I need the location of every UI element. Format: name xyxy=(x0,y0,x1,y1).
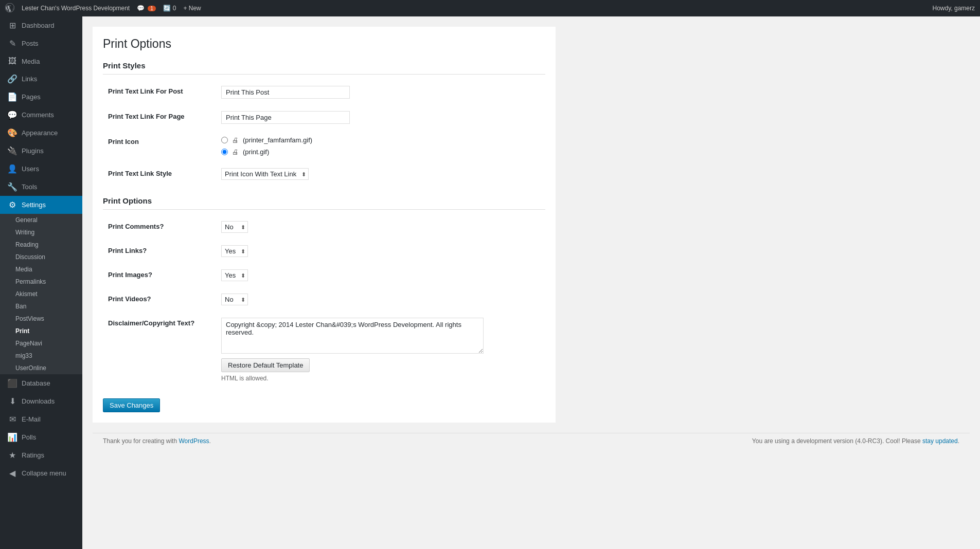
print-styles-table: Print Text Link For Post Print Text Link… xyxy=(103,80,545,186)
sidebar-item-users[interactable]: 👤 Users xyxy=(0,160,82,178)
sidebar-item-tools[interactable]: 🔧 Tools xyxy=(0,178,82,196)
print-icon-option2-label: (print.gif) xyxy=(243,148,269,156)
print-options-table: Print Comments? No Yes Print Links? xyxy=(103,215,545,388)
settings-submenu: General Writing Reading Discussion Media… xyxy=(0,214,82,374)
sidebar-item-links[interactable]: 🔗 Links xyxy=(0,70,82,88)
disclaimer-row: Disclaimer/Copyright Text? Copyright &co… xyxy=(103,312,545,388)
print-icon-option1[interactable]: 🖨 (printer_famfamfam.gif) xyxy=(221,136,540,144)
disclaimer-label: Disclaimer/Copyright Text? xyxy=(108,319,194,327)
submenu-item-print[interactable]: Print xyxy=(0,325,82,337)
print-comments-row: Print Comments? No Yes xyxy=(103,215,545,239)
printer-icon-1: 🖨 xyxy=(232,136,239,144)
print-images-select[interactable]: Yes No xyxy=(221,269,248,281)
submenu-item-akismet[interactable]: Akismet xyxy=(0,288,82,300)
dashboard-icon: ⊞ xyxy=(7,21,17,30)
print-videos-label: Print Videos? xyxy=(108,295,151,303)
print-text-link-page-label: Print Text Link For Page xyxy=(108,113,185,120)
submenu-item-pagenavi[interactable]: PageNavi xyxy=(0,337,82,350)
comments-icon: 💬 xyxy=(137,5,145,12)
print-icon-radio-group: 🖨 (printer_famfamfam.gif) 🖨 (print.gif) xyxy=(221,136,540,156)
updates-count: 0 xyxy=(173,5,176,12)
submenu-item-media[interactable]: Media xyxy=(0,263,82,276)
wp-footer: Thank you for creating with WordPress. Y… xyxy=(93,433,970,449)
print-text-link-page-input[interactable] xyxy=(221,111,350,124)
print-icon-radio2[interactable] xyxy=(221,149,228,155)
print-text-link-style-select-wrap: Print Icon With Text Link Print Icon Onl… xyxy=(221,168,309,180)
print-icon-option2[interactable]: 🖨 (print.gif) xyxy=(221,148,540,156)
print-images-row: Print Images? Yes No xyxy=(103,263,545,287)
submenu-item-general[interactable]: General xyxy=(0,214,82,226)
sidebar-item-pages[interactable]: 📄 Pages xyxy=(0,88,82,106)
wp-logo-icon xyxy=(5,3,14,14)
sidebar-item-downloads[interactable]: ⬇ Downloads xyxy=(0,392,82,410)
print-links-select-wrap: Yes No xyxy=(221,245,248,257)
submenu-item-permalinks[interactable]: Permalinks xyxy=(0,276,82,288)
footer-right: You are using a development version (4.0… xyxy=(752,437,959,445)
footer-left: Thank you for creating with WordPress. xyxy=(103,437,211,445)
print-icon-radio1[interactable] xyxy=(221,137,228,143)
site-name[interactable]: Lester Chan's WordPress Development xyxy=(22,5,130,12)
sidebar-item-settings[interactable]: ⚙ Settings xyxy=(0,196,82,214)
plugins-icon: 🔌 xyxy=(7,146,17,156)
print-comments-select[interactable]: No Yes xyxy=(221,221,248,233)
submenu-item-writing[interactable]: Writing xyxy=(0,226,82,239)
submenu-item-reading[interactable]: Reading xyxy=(0,239,82,251)
print-text-link-style-select[interactable]: Print Icon With Text Link Print Icon Onl… xyxy=(221,168,309,180)
print-text-link-post-input[interactable] xyxy=(221,86,350,99)
sidebar-item-plugins[interactable]: 🔌 Plugins xyxy=(0,142,82,160)
disclaimer-textarea[interactable]: Copyright &copy; 2014 Lester Chan&#039;s… xyxy=(221,318,484,354)
sidebar-item-ratings[interactable]: ★ Ratings xyxy=(0,446,82,464)
comments-menu-icon: 💬 xyxy=(7,110,17,120)
settings-icon: ⚙ xyxy=(7,200,17,210)
admin-bar: Lester Chan's WordPress Development 💬 1 … xyxy=(0,0,980,16)
print-text-link-post-label: Print Text Link For Post xyxy=(108,87,183,95)
restore-default-button[interactable]: Restore Default Template xyxy=(221,358,310,372)
submenu-item-ban[interactable]: Ban xyxy=(0,300,82,313)
submenu-item-mig33[interactable]: mig33 xyxy=(0,350,82,362)
print-comments-select-wrap: No Yes xyxy=(221,221,248,233)
submenu-item-postviews[interactable]: PostViews xyxy=(0,313,82,325)
new-content-button[interactable]: + New xyxy=(183,5,201,12)
sidebar-item-database[interactable]: ⬛ Database xyxy=(0,374,82,392)
submenu-item-useronline[interactable]: UserOnline xyxy=(0,362,82,374)
save-changes-button[interactable]: Save Changes xyxy=(103,398,160,412)
sidebar-item-posts[interactable]: ✎ Posts xyxy=(0,34,82,52)
updates-bubble[interactable]: 🔄 0 xyxy=(163,5,176,12)
version-text: You are using a development version (4.0… xyxy=(752,437,921,445)
printer-icon-2: 🖨 xyxy=(232,148,239,156)
email-icon: ✉ xyxy=(7,414,17,424)
print-videos-select-wrap: No Yes xyxy=(221,294,248,305)
media-icon: 🖼 xyxy=(7,57,17,66)
polls-icon: 📊 xyxy=(7,432,17,442)
content-wrap: Print Options Print Styles Print Text Li… xyxy=(93,27,556,423)
print-text-link-page-row: Print Text Link For Page xyxy=(103,105,545,130)
stay-updated-link[interactable]: stay updated xyxy=(922,437,958,445)
sidebar-item-media[interactable]: 🖼 Media xyxy=(0,52,82,70)
collapse-menu-button[interactable]: ◀ Collapse menu xyxy=(0,464,82,482)
print-images-select-wrap: Yes No xyxy=(221,269,248,281)
sidebar-item-email[interactable]: ✉ E-Mail xyxy=(0,410,82,428)
updates-icon: 🔄 xyxy=(163,5,171,12)
print-icon-row: Print Icon 🖨 (printer_famfamfam.gif) xyxy=(103,130,545,162)
site-name-text: Lester Chan's WordPress Development xyxy=(22,5,130,12)
section1-title: Print Styles xyxy=(103,61,545,75)
print-text-link-post-row: Print Text Link For Post xyxy=(103,80,545,105)
comments-bubble[interactable]: 💬 1 xyxy=(137,5,156,12)
ratings-icon: ★ xyxy=(7,450,17,460)
downloads-icon: ⬇ xyxy=(7,396,17,406)
sidebar-item-comments[interactable]: 💬 Comments xyxy=(0,106,82,124)
print-text-link-style-label: Print Text Link Style xyxy=(108,170,172,177)
submenu-item-discussion[interactable]: Discussion xyxy=(0,251,82,263)
comments-count: 1 xyxy=(148,6,156,11)
print-comments-label: Print Comments? xyxy=(108,223,164,230)
thank-you-text: Thank you for creating with xyxy=(103,437,177,445)
sidebar-item-appearance[interactable]: 🎨 Appearance xyxy=(0,124,82,142)
print-links-select[interactable]: Yes No xyxy=(221,245,248,257)
html-note: HTML is allowed. xyxy=(221,375,540,382)
sidebar-item-polls[interactable]: 📊 Polls xyxy=(0,428,82,446)
wordpress-link[interactable]: WordPress xyxy=(179,437,209,445)
sidebar-item-dashboard[interactable]: ⊞ Dashboard xyxy=(0,16,82,34)
print-text-link-style-row: Print Text Link Style Print Icon With Te… xyxy=(103,162,545,186)
print-videos-select[interactable]: No Yes xyxy=(221,294,248,305)
database-icon: ⬛ xyxy=(7,378,17,388)
